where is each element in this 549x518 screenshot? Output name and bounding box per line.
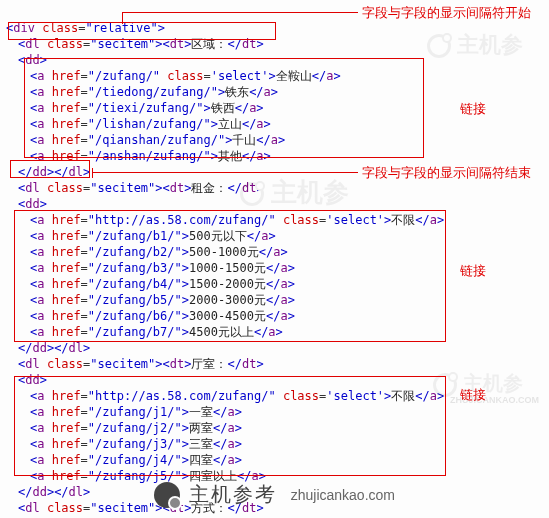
section2-link-2: <a href="/zufang/b2/">500-1000元</a> <box>6 244 543 260</box>
section2-link-1: <a href="/zufang/b1/">500元以下</a> <box>6 228 543 244</box>
anno-link-1: 链接 <box>460 100 486 118</box>
section1-link-4: <a href="/qianshan/zufang/">千山</a> <box>6 132 543 148</box>
line-s1-dd: <dd> <box>6 52 543 68</box>
footer-watermark: 主机参考 zhujicankao.com <box>0 481 549 508</box>
code-view: <div class="relative"> <dl class="secite… <box>0 0 549 518</box>
section3-link-4: <a href="/zufang/j4/">四室</a> <box>6 452 543 468</box>
section1-link-3: <a href="/lishan/zufang/">立山</a> <box>6 116 543 132</box>
section3-link-1: <a href="/zufang/j1/">一室</a> <box>6 404 543 420</box>
line-div-open2: <div class="relative"> <box>6 20 543 36</box>
line-s2-close: </dd></dl> <box>6 340 543 356</box>
anno-sep-end: 字段与字段的显示间隔符结束 <box>362 164 531 182</box>
section2-link-5: <a href="/zufang/b5/">2000-3000元</a> <box>6 292 543 308</box>
section3-link-2: <a href="/zufang/j2/">两室</a> <box>6 420 543 436</box>
section2-link-0: <a href="http://as.58.com/zufang/" class… <box>6 212 543 228</box>
line-s1-dl: <dl class="secitem"><dt>区域：</dt> <box>6 36 543 52</box>
line-s3-dl: <dl class="secitem"><dt>厅室：</dt> <box>6 356 543 372</box>
section2-link-7: <a href="/zufang/b7/">4500元以上</a> <box>6 324 543 340</box>
anno-link-2: 链接 <box>460 262 486 280</box>
anno-sep-start: 字段与字段的显示间隔符开始 <box>362 4 531 22</box>
anno-link-3: 链接 <box>460 386 486 404</box>
section2-link-6: <a href="/zufang/b6/">3000-4500元</a> <box>6 308 543 324</box>
line-s2-dd: <dd> <box>6 196 543 212</box>
section1-link-5: <a href="/anshan/zufang/">其他</a> <box>6 148 543 164</box>
section1-link-0: <a href="/zufang/" class='select'>全鞍山</a… <box>6 68 543 84</box>
section3-link-3: <a href="/zufang/j3/">三室</a> <box>6 436 543 452</box>
section1-link-1: <a href="/tiedong/zufang/">铁东</a> <box>6 84 543 100</box>
line-s2-dl: <dl class="secitem"><dt>租金：</dt> <box>6 180 543 196</box>
